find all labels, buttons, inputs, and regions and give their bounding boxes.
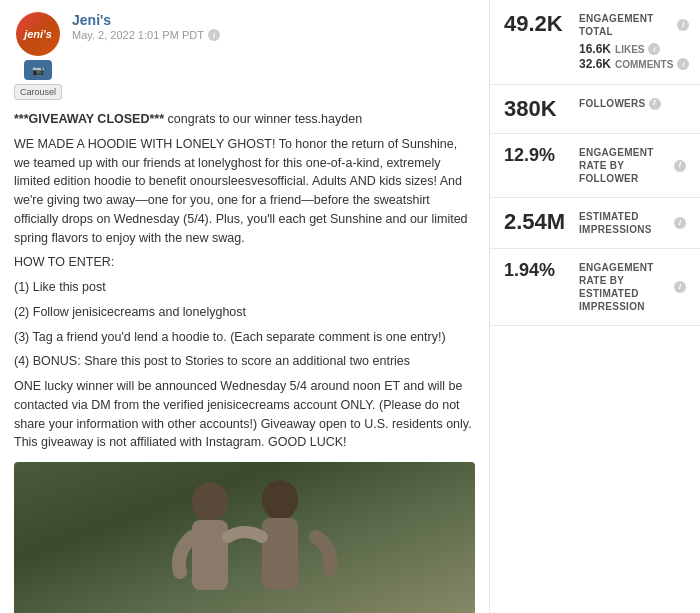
post-image [14,462,475,613]
people-silhouette-svg [125,472,365,613]
post-meta: Jeni's May. 2, 2022 1:01 PM PDT i [72,12,475,41]
engagement-rate-impression-details: ENGAGEMENT RATE BY ESTIMATED IMPRESSION … [579,261,686,313]
svg-rect-4 [262,518,298,590]
engagement-rate-impression-info-icon[interactable]: i [674,281,686,293]
estimated-impressions-value: 2.54M [504,210,569,234]
metrics-panel: 49.2K ENGAGEMENT TOTAL i 16.6K LIKES i 3… [490,0,700,613]
likes-info-icon[interactable]: i [648,43,660,55]
engagement-rate-follower-metric: 12.9% ENGAGEMENT RATE BY FOLLOWER i [490,134,700,198]
engagement-rate-follower-info-icon[interactable]: i [674,160,686,172]
likes-value: 16.6K [579,42,611,56]
svg-rect-2 [192,520,228,590]
content-line-8: ONE lucky winner will be announced Wedne… [14,377,475,452]
content-line-6: (3) Tag a friend you'd lend a hoodie to.… [14,328,475,347]
sub-metrics: 16.6K LIKES i 32.6K COMMENTS i [579,42,689,71]
post-content: ***GIVEAWAY CLOSED*** congrats to our wi… [14,110,475,452]
estimated-impressions-details: ESTIMATED IMPRESSIONS i [579,210,686,236]
post-author[interactable]: Jeni's [72,12,475,28]
engagement-rate-impression-label: ENGAGEMENT RATE BY ESTIMATED IMPRESSION … [579,261,686,313]
instagram-icon: 📷 [32,65,44,76]
content-line-2: WE MADE A HOODIE WITH LONELY GHOST! To h… [14,135,475,248]
followers-info-icon[interactable]: i [649,98,661,110]
comments-value: 32.6K [579,57,611,71]
svg-point-1 [192,482,228,522]
engagement-total-metric: 49.2K ENGAGEMENT TOTAL i 16.6K LIKES i 3… [490,0,700,85]
followers-metric: 380K FOLLOWERS i [490,85,700,134]
platform-badge: 📷 [24,60,52,80]
estimated-impressions-label: ESTIMATED IMPRESSIONS i [579,210,686,236]
avatar: jeni's [16,12,60,56]
content-line-5: (2) Follow jenisicecreams and lonelyghos… [14,303,475,322]
followers-details: FOLLOWERS i [579,97,686,110]
engagement-rate-impression-value: 1.94% [504,261,569,281]
post-type-badge: Carousel [14,84,62,100]
estimated-impressions-info-icon[interactable]: i [674,217,686,229]
post-panel: jeni's 📷 Carousel Jeni's May. 2, 2022 1:… [0,0,490,613]
engagement-rate-follower-label: ENGAGEMENT RATE BY FOLLOWER i [579,146,686,185]
content-line-3: HOW TO ENTER: [14,253,475,272]
engagement-total-details: ENGAGEMENT TOTAL i 16.6K LIKES i 32.6K C… [579,12,689,72]
comments-label: COMMENTS [615,59,673,70]
likes-metric: 16.6K LIKES i [579,42,689,56]
followers-value: 380K [504,97,569,121]
engagement-total-info-icon[interactable]: i [677,19,689,31]
engagement-total-label: ENGAGEMENT TOTAL i [579,12,689,38]
estimated-impressions-metric: 2.54M ESTIMATED IMPRESSIONS i [490,198,700,249]
followers-label: FOLLOWERS i [579,97,686,110]
avatar-container: jeni's 📷 Carousel [14,12,62,100]
content-line-1: ***GIVEAWAY CLOSED*** congrats to our wi… [14,110,475,129]
avatar-text: jeni's [24,28,52,40]
engagement-rate-impression-metric: 1.94% ENGAGEMENT RATE BY ESTIMATED IMPRE… [490,249,700,326]
engagement-rate-follower-details: ENGAGEMENT RATE BY FOLLOWER i [579,146,686,185]
comments-info-icon[interactable]: i [677,58,689,70]
post-date: May. 2, 2022 1:01 PM PDT i [72,29,475,41]
date-info-icon[interactable]: i [208,29,220,41]
comments-metric: 32.6K COMMENTS i [579,57,689,71]
content-line-4: (1) Like this post [14,278,475,297]
engagement-rate-follower-value: 12.9% [504,146,569,166]
post-header: jeni's 📷 Carousel Jeni's May. 2, 2022 1:… [14,12,475,100]
engagement-total-value: 49.2K [504,12,569,36]
content-line-7: (4) BONUS: Share this post to Stories to… [14,352,475,371]
svg-point-3 [262,480,298,520]
likes-label: LIKES [615,44,644,55]
